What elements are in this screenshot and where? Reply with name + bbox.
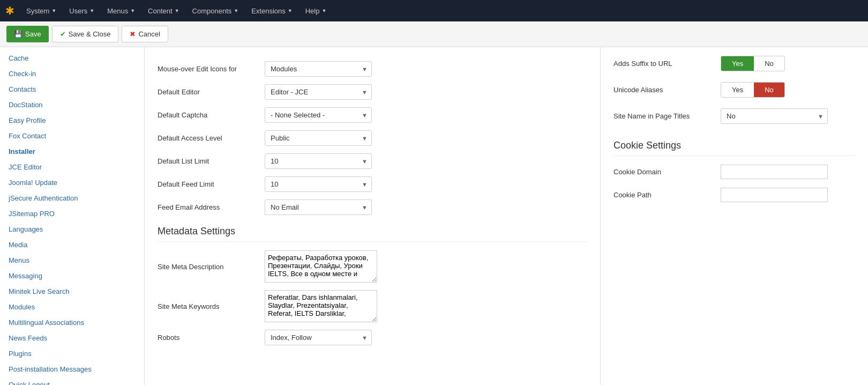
sidebar-item-cache[interactable]: Cache — [0, 50, 144, 66]
default-list-limit-select[interactable]: 5 10 15 20 — [265, 153, 372, 169]
cookie-domain-label: Cookie Domain — [613, 168, 721, 176]
mouseover-edit-control: Modules Both None ▼ — [265, 61, 372, 77]
adds-suffix-no-button[interactable]: No — [754, 56, 784, 71]
mouseover-edit-label: Mouse-over Edit Icons for — [158, 65, 265, 73]
chevron-down-icon: ▼ — [288, 8, 293, 13]
form-section-general: Mouse-over Edit Icons for Modules Both N… — [158, 61, 587, 215]
nav-menus[interactable]: Menus ▼ — [102, 4, 140, 18]
sidebar-item-plugins[interactable]: Plugins — [0, 346, 144, 361]
cookie-domain-input[interactable] — [721, 165, 828, 179]
sidebar-item-messaging[interactable]: Messaging — [0, 268, 144, 284]
sidebar-item-docstation[interactable]: DocStation — [0, 97, 144, 113]
default-editor-select[interactable]: Editor - JCE Editor - TinyMCE No Editor — [265, 84, 372, 100]
sidebar-item-modules[interactable]: Modules — [0, 299, 144, 315]
sidebar-item-minitek[interactable]: Minitek Live Search — [0, 284, 144, 299]
chevron-down-icon: ▼ — [234, 8, 238, 13]
sidebar-item-jceeditor[interactable]: JCE Editor — [0, 159, 144, 175]
default-editor-control: Editor - JCE Editor - TinyMCE No Editor … — [265, 84, 372, 100]
sidebar-item-easyprofile[interactable]: Easy Profile — [0, 113, 144, 128]
nav-components[interactable]: Components ▼ — [187, 4, 244, 18]
toolbar: 💾 Save ✔ Save & Close ✖ Cancel — [0, 21, 868, 47]
site-meta-description-control: Рефераты, Разработка уроков, Презентации… — [265, 250, 377, 283]
mouseover-edit-row: Mouse-over Edit Icons for Modules Both N… — [158, 61, 587, 77]
default-access-label: Default Access Level — [158, 134, 265, 142]
joomla-logo: ✱ — [5, 4, 14, 17]
default-list-limit-row: Default List Limit 5 10 15 20 ▼ — [158, 153, 587, 169]
unicode-aliases-label: Unicode Aliases — [613, 86, 721, 94]
nav-users[interactable]: Users ▼ — [64, 4, 100, 18]
mouseover-edit-select[interactable]: Modules Both None — [265, 61, 372, 77]
site-meta-keywords-row: Site Meta Keywords Referatlar, Dars ishl… — [158, 290, 587, 322]
nav-content[interactable]: Content ▼ — [143, 4, 184, 18]
site-name-select[interactable]: No Before After — [721, 108, 828, 124]
feed-email-select[interactable]: No Email Author Email Site Email — [265, 199, 372, 215]
sidebar-item-installer[interactable]: Installer — [0, 144, 144, 159]
sidebar-item-media[interactable]: Media — [0, 237, 144, 253]
save-icon: 💾 — [14, 30, 23, 38]
site-meta-keywords-control: Referatlar, Dars ishlanmalari, Slaydlar,… — [265, 290, 377, 322]
nav-system[interactable]: System ▼ — [21, 4, 62, 18]
sidebar-item-languages[interactable]: Languages — [0, 221, 144, 237]
sidebar-item-checkin[interactable]: Check-in — [0, 66, 144, 82]
cookie-path-control — [721, 188, 828, 202]
nav-help[interactable]: Help ▼ — [300, 4, 332, 18]
top-navigation: ✱ System ▼ Users ▼ Menus ▼ Content ▼ Com… — [0, 0, 868, 21]
site-meta-description-label: Site Meta Description — [158, 263, 265, 271]
sidebar-item-quicklogout[interactable]: Quick Logout — [0, 377, 144, 385]
site-name-label: Site Name in Page Titles — [613, 112, 721, 120]
cookie-settings-title: Cookie Settings — [613, 140, 855, 156]
sidebar-item-newsfeeds[interactable]: News Feeds — [0, 330, 144, 346]
unicode-aliases-row: Unicode Aliases Yes No — [613, 82, 855, 98]
sidebar-item-multilingual[interactable]: Multilingual Associations — [0, 315, 144, 330]
save-button[interactable]: 💾 Save — [6, 26, 49, 42]
sidebar-item-joomlaupdate[interactable]: Joomla! Update — [0, 175, 144, 190]
site-meta-keywords-label: Site Meta Keywords — [158, 302, 265, 310]
main-layout: Cache Check-in Contacts DocStation Easy … — [0, 47, 868, 385]
right-panel: Adds Suffix to URL Yes No Unicode Aliase… — [600, 47, 868, 385]
site-meta-description-textarea[interactable]: Рефераты, Разработка уроков, Презентации… — [265, 250, 377, 283]
robots-row: Robots Index, Follow Index, No Follow No… — [158, 330, 587, 345]
feed-email-control: No Email Author Email Site Email ▼ — [265, 199, 372, 215]
adds-suffix-row: Adds Suffix to URL Yes No — [613, 56, 855, 71]
unicode-aliases-control: Yes No — [721, 82, 785, 98]
default-list-limit-control: 5 10 15 20 ▼ — [265, 153, 372, 169]
unicode-aliases-yes-button[interactable]: Yes — [721, 83, 754, 97]
default-captcha-select[interactable]: - None Selected - ReCaptcha — [265, 107, 372, 123]
nav-extensions[interactable]: Extensions ▼ — [246, 4, 298, 18]
default-feed-limit-select[interactable]: 5 10 15 — [265, 176, 372, 192]
sidebar-item-contacts[interactable]: Contacts — [0, 82, 144, 97]
metadata-section: Metadata Settings Site Meta Description … — [158, 226, 587, 345]
sidebar-item-foxcontact[interactable]: Fox Contact — [0, 128, 144, 144]
cookie-domain-control — [721, 165, 828, 179]
site-meta-description-row: Site Meta Description Рефераты, Разработ… — [158, 250, 587, 283]
cancel-button[interactable]: ✖ Cancel — [122, 26, 168, 42]
robots-label: Robots — [158, 334, 265, 342]
sidebar-item-menus[interactable]: Menus — [0, 253, 144, 268]
site-meta-keywords-textarea[interactable]: Referatlar, Dars ishlanmalari, Slaydlar,… — [265, 290, 377, 322]
sidebar: Cache Check-in Contacts DocStation Easy … — [0, 47, 145, 385]
metadata-section-title: Metadata Settings — [158, 226, 587, 242]
chevron-down-icon: ▼ — [89, 8, 94, 13]
sidebar-item-jsecure[interactable]: jSecure Authentication — [0, 190, 144, 206]
x-circle-icon: ✖ — [130, 30, 136, 38]
robots-select[interactable]: Index, Follow Index, No Follow No Index,… — [265, 330, 372, 345]
feed-email-label: Feed Email Address — [158, 203, 265, 211]
cookie-path-row: Cookie Path — [613, 188, 855, 202]
default-editor-label: Default Editor — [158, 88, 265, 96]
cookie-path-input[interactable] — [721, 188, 828, 202]
sidebar-item-postinstall[interactable]: Post-installation Messages — [0, 361, 144, 377]
default-captcha-control: - None Selected - ReCaptcha ▼ — [265, 107, 372, 123]
chevron-down-icon: ▼ — [130, 8, 135, 13]
cookie-path-label: Cookie Path — [613, 191, 721, 199]
main-content: Mouse-over Edit Icons for Modules Both N… — [145, 47, 600, 385]
adds-suffix-yes-button[interactable]: Yes — [721, 56, 754, 71]
save-close-button[interactable]: ✔ Save & Close — [52, 26, 119, 42]
sidebar-item-jsitemap[interactable]: JSitemap PRO — [0, 206, 144, 221]
checkmark-icon: ✔ — [60, 30, 66, 38]
default-feed-limit-label: Default Feed Limit — [158, 180, 265, 188]
unicode-aliases-no-button[interactable]: No — [754, 83, 784, 97]
default-access-select[interactable]: Public Registered Special — [265, 130, 372, 146]
adds-suffix-control: Yes No — [721, 56, 785, 71]
site-name-row: Site Name in Page Titles No Before After… — [613, 108, 855, 124]
cookie-domain-row: Cookie Domain — [613, 165, 855, 179]
